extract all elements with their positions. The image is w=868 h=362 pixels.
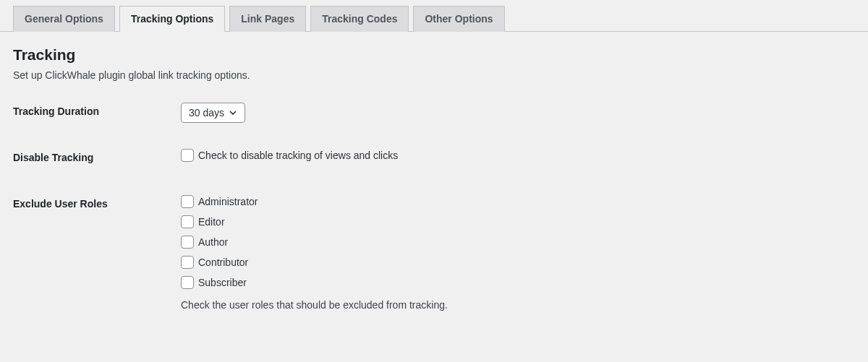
role-row-contributor: Contributor [181, 256, 855, 269]
exclude-roles-help: Check the user roles that should be excl… [181, 299, 855, 311]
tracking-duration-value: 30 days [189, 107, 224, 118]
role-label-subscriber: Subscriber [198, 277, 247, 288]
field-disable-tracking: Disable Tracking Check to disable tracki… [13, 149, 855, 169]
disable-tracking-checkbox[interactable] [181, 149, 194, 162]
tab-content: Tracking Set up ClickWhale plugin global… [0, 32, 868, 332]
role-label-author: Author [198, 236, 228, 248]
tracking-duration-select[interactable]: 30 days [181, 103, 245, 123]
chevron-down-icon [229, 108, 237, 117]
role-label-contributor: Contributor [198, 257, 248, 268]
tab-other-options[interactable]: Other Options [413, 6, 504, 32]
field-tracking-duration: Tracking Duration 30 days [13, 103, 855, 123]
role-label-administrator: Administrator [198, 196, 258, 207]
field-exclude-user-roles: Exclude User Roles Administrator Editor … [13, 195, 855, 311]
exclude-roles-label: Exclude User Roles [13, 195, 181, 210]
disable-tracking-checkbox-row: Check to disable tracking of views and c… [181, 149, 855, 162]
role-row-subscriber: Subscriber [181, 276, 855, 289]
section-title: Tracking [13, 46, 855, 64]
tab-link-pages[interactable]: Link Pages [229, 6, 306, 32]
disable-tracking-checkbox-label: Check to disable tracking of views and c… [198, 150, 398, 161]
tab-general-options[interactable]: General Options [13, 6, 115, 32]
disable-tracking-label: Disable Tracking [13, 149, 181, 163]
tab-tracking-codes[interactable]: Tracking Codes [310, 6, 409, 32]
role-row-editor: Editor [181, 215, 855, 228]
role-label-editor: Editor [198, 216, 225, 228]
role-row-administrator: Administrator [181, 195, 855, 208]
tracking-duration-label: Tracking Duration [13, 103, 181, 117]
role-row-author: Author [181, 236, 855, 249]
role-checkbox-administrator[interactable] [181, 195, 194, 208]
role-checkbox-subscriber[interactable] [181, 276, 194, 289]
role-checkbox-editor[interactable] [181, 215, 194, 228]
tabs-nav: General Options Tracking Options Link Pa… [0, 0, 868, 32]
section-description: Set up ClickWhale plugin global link tra… [13, 69, 855, 81]
role-checkbox-contributor[interactable] [181, 256, 194, 269]
tab-tracking-options[interactable]: Tracking Options [119, 6, 225, 32]
role-checkbox-author[interactable] [181, 236, 194, 249]
